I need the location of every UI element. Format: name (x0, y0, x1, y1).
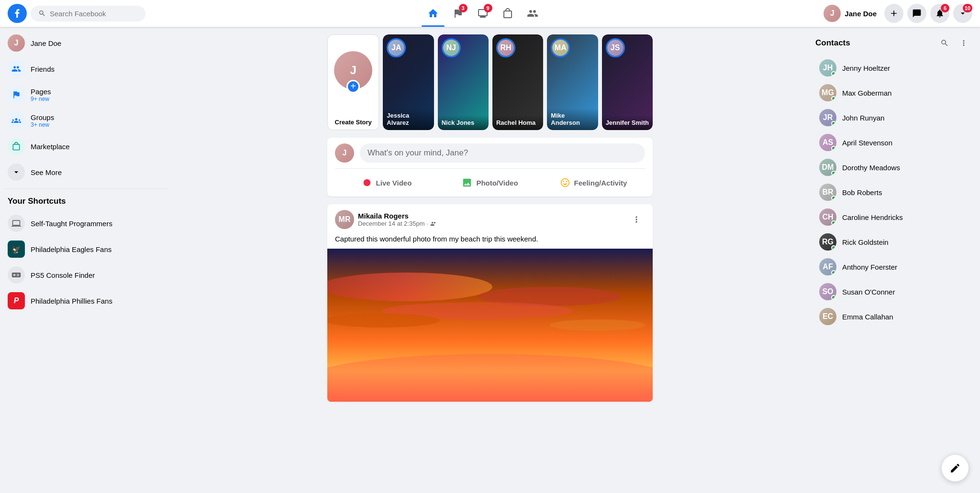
sidebar-user-name: Jane Doe (31, 39, 61, 47)
nav-store-button[interactable] (496, 2, 519, 25)
contacts-search-button[interactable] (936, 34, 953, 52)
flag-badge: 3 (459, 4, 468, 12)
post-text: Captured this wonderful photo from my be… (327, 235, 653, 249)
jennifer-name: Jennifer Smith (602, 115, 653, 130)
story-card-nick[interactable]: NJ Nick Jones (438, 34, 489, 130)
contact-caroline[interactable]: CH Caroline Hendricks (815, 205, 972, 230)
story-card-jessica[interactable]: JA Jessica Alvarez (383, 34, 434, 130)
feeling-label: Feeling/Activity (574, 179, 627, 187)
contact-rick[interactable]: RG Rick Goldstein (815, 230, 972, 254)
main-nav-icons: 3 9 (145, 2, 820, 25)
eagles-icon: 🦅 (8, 241, 25, 258)
menu-badge: 10 (963, 4, 972, 12)
post-visibility-icon: · (426, 220, 428, 227)
sidebar-item-groups[interactable]: Groups 3+ new (4, 108, 168, 133)
menu-button[interactable]: 10 (953, 4, 972, 23)
feeling-action[interactable]: Feeling/Activity (542, 175, 645, 191)
post-input[interactable]: What's on your mind, Jane? (360, 143, 645, 163)
sidebar-see-more-label: See More (31, 168, 62, 176)
sidebar-item-friends[interactable]: Friends (4, 56, 168, 81)
groups-icon (8, 112, 25, 129)
shortcut-self-taught-label: Self-Taught Programmers (31, 219, 112, 228)
contact-april[interactable]: AS April Stevenson (815, 130, 972, 155)
nav-people-button[interactable] (521, 2, 544, 25)
online-dot-john (831, 121, 836, 126)
story-card-jennifer[interactable]: JS Jennifer Smith (602, 34, 653, 130)
post-user-info: Mikaila Rogers December 14 at 2:35pm · (358, 212, 624, 227)
jessica-name: Jessica Alvarez (383, 108, 434, 130)
contact-name-john: John Runyan (842, 114, 884, 122)
svg-point-2 (327, 273, 492, 301)
contact-john[interactable]: JR John Runyan (815, 105, 972, 130)
sidebar-shortcut-phillies[interactable]: P Philadelphia Phillies Fans (4, 288, 168, 313)
contacts-header: Contacts (815, 34, 972, 52)
notifications-button[interactable]: 6 (930, 4, 949, 23)
sidebar-divider (4, 188, 168, 189)
sidebar-groups-badge: 3+ new (31, 121, 54, 128)
jennifer-thumb: JS (606, 38, 625, 57)
contact-avatar-anthony: AF (819, 258, 836, 275)
online-dot-april (831, 146, 836, 151)
contact-name-jenny: Jenny Hoeltzer (842, 64, 890, 72)
nav-home-button[interactable] (422, 2, 445, 25)
left-sidebar: J Jane Doe Friends Pages 9+ new Group (0, 27, 172, 493)
nav-flag-button[interactable]: 3 (446, 2, 469, 25)
story-card-rachel[interactable]: RH Rachel Homa (492, 34, 543, 130)
see-more-icon (8, 164, 25, 181)
story-card-mike[interactable]: MA Mike Anderson (547, 34, 598, 130)
user-name-label: Jane Doe (845, 10, 877, 18)
sidebar-user[interactable]: J Jane Doe (4, 31, 168, 55)
add-button[interactable] (884, 4, 903, 23)
pages-icon (8, 86, 25, 103)
feed-post-header: MR Mikaila Rogers December 14 at 2:35pm … (327, 204, 653, 235)
nav-monitor-button[interactable]: 9 (471, 2, 494, 25)
contact-avatar-dorothy: DM (819, 159, 836, 176)
sidebar-item-see-more[interactable]: See More (4, 160, 168, 185)
create-story-label: Create Story (328, 105, 379, 130)
live-video-label: Live Video (376, 179, 412, 187)
feed-post: MR Mikaila Rogers December 14 at 2:35pm … (327, 204, 653, 402)
create-story-card[interactable]: J + Create Story (327, 34, 379, 130)
nick-name: Nick Jones (438, 115, 489, 130)
contact-bob[interactable]: BR Bob Roberts (815, 180, 972, 205)
right-sidebar: Contacts JH Jenny Hoeltzer MG (808, 27, 980, 493)
contact-avatar-max: MG (819, 84, 836, 101)
online-dot-bob (831, 196, 836, 200)
post-image (327, 249, 653, 402)
contact-susan[interactable]: SO Susan O'Conner (815, 279, 972, 304)
topnav-right: J Jane Doe 6 10 (820, 3, 972, 24)
phillies-icon: P (8, 292, 25, 309)
search-box[interactable] (31, 6, 145, 22)
contact-jenny[interactable]: JH Jenny Hoeltzer (815, 55, 972, 80)
post-box-top: J What's on your mind, Jane? (335, 143, 645, 163)
sidebar-shortcut-ps5[interactable]: PS5 Console Finder (4, 263, 168, 287)
contact-emma[interactable]: EC Emma Callahan (815, 304, 972, 329)
live-video-action[interactable]: Live Video (335, 175, 438, 191)
notifications-badge: 6 (941, 4, 949, 12)
compose-button[interactable] (942, 455, 969, 482)
sidebar-shortcut-self-taught[interactable]: Self-Taught Programmers (4, 211, 168, 236)
sidebar-shortcut-eagles[interactable]: 🦅 Philadelphia Eagles Fans (4, 237, 168, 262)
contact-max[interactable]: MG Max Goberman (815, 80, 972, 105)
sidebar-friends-label: Friends (31, 65, 55, 73)
self-taught-icon (8, 215, 25, 232)
photo-video-label: Photo/Video (476, 179, 518, 187)
online-dot-rick (831, 245, 836, 250)
contact-dorothy[interactable]: DM Dorothy Meadows (815, 155, 972, 180)
sidebar-item-pages[interactable]: Pages 9+ new (4, 82, 168, 107)
messenger-button[interactable] (907, 4, 926, 23)
search-input[interactable] (50, 10, 138, 18)
contact-name-max: Max Goberman (842, 89, 891, 97)
post-box: J What's on your mind, Jane? Live Video … (327, 138, 653, 197)
sidebar-marketplace-label: Marketplace (31, 142, 70, 151)
post-menu-button[interactable] (628, 211, 645, 228)
user-chip[interactable]: J Jane Doe (820, 3, 880, 24)
sidebar-item-marketplace[interactable]: Marketplace (4, 134, 168, 159)
friends-icon (8, 60, 25, 77)
contact-anthony[interactable]: AF Anthony Foerster (815, 254, 972, 279)
online-dot-anthony (831, 270, 836, 275)
contacts-more-button[interactable] (955, 34, 972, 52)
contact-avatar-jenny: JH (819, 59, 836, 77)
photo-video-action[interactable]: Photo/Video (438, 175, 542, 191)
facebook-logo[interactable] (8, 4, 27, 23)
